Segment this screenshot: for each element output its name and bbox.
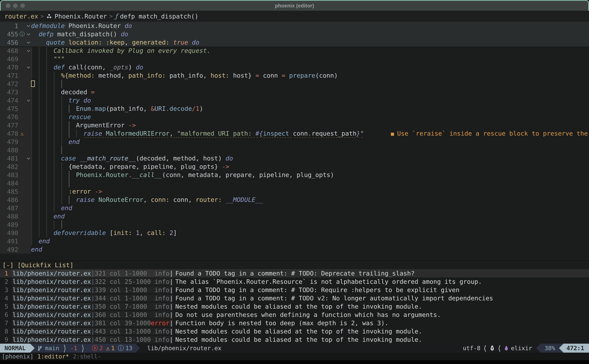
token: quote: [46, 39, 69, 46]
token: __MODULE__: [226, 196, 263, 203]
quickfix-item[interactable]: 2lib/phoenix/router.ex|322 col 25-1000in…: [0, 277, 589, 286]
breadcrumb-file[interactable]: router.ex: [5, 13, 38, 20]
token: request_path: [311, 130, 356, 137]
code-line[interactable]: 479end: [0, 138, 589, 146]
indent-guide: [39, 80, 39, 88]
breadcrumb-function[interactable]: defp match_dispatch(): [120, 13, 198, 20]
warn-icon: ⚠: [106, 345, 110, 352]
code-line[interactable]: 484: [0, 179, 589, 187]
editor-cursor: [31, 80, 35, 87]
code-line[interactable]: 456quote location: :keep, generated: tru…: [0, 38, 589, 46]
quickfix-filename: lib/phoenix/router.ex: [13, 295, 91, 302]
quickfix-item[interactable]: 8lib/phoenix/router.ex|443 col 13-1000in…: [0, 327, 589, 335]
gutter: 490: [0, 229, 31, 237]
code-line[interactable]: 488end: [0, 212, 589, 221]
indent-guide: [31, 146, 32, 154]
tmux-window-active[interactable]: 1:editor*: [37, 353, 69, 360]
code-line[interactable]: 478⚠raise MalformedURIError, "malformed …: [0, 129, 589, 138]
close-button[interactable]: [6, 3, 10, 8]
fold-chevron-icon[interactable]: [27, 156, 30, 160]
code-line[interactable]: 471%{method: method, path_info: path_inf…: [0, 72, 589, 80]
treesitter-context: 1defmodule Phoenix.Router do455ⓘdefp mat…: [0, 22, 589, 46]
position-text: 443 col 13-1000: [95, 328, 151, 335]
indent-guide: [39, 204, 39, 212]
token: (conn): [315, 72, 338, 79]
code-line[interactable]: 490defoverridable [init: 1, call: 2]: [0, 229, 589, 237]
quickfix-item[interactable]: 6lib/phoenix/router.ex|360 col 1-1000inf…: [0, 311, 589, 319]
indent-guide: [31, 171, 32, 179]
quickfix-item[interactable]: 4lib/phoenix/router.ex|344 col 1-1000inf…: [0, 294, 589, 302]
code-line[interactable]: 480: [0, 146, 589, 154]
line-number: 488: [0, 213, 18, 220]
line-content: def call(conn, _opts) do: [31, 63, 589, 72]
tmux-window[interactable]: 2:shell-: [73, 353, 101, 360]
fold-chevron-icon[interactable]: [27, 48, 30, 52]
indent-guide: [54, 80, 54, 88]
token: ,: [143, 196, 151, 203]
token: #{: [256, 130, 263, 137]
position-text: 360 col 1-1000: [95, 311, 151, 318]
code-line[interactable]: 489: [0, 221, 589, 229]
fold-chevron-icon[interactable]: [27, 98, 30, 102]
indent-guide: [31, 104, 32, 113]
token: ->: [222, 163, 229, 170]
code-line[interactable]: 474try do: [0, 96, 589, 104]
line-number: 480: [0, 147, 18, 154]
line-content: [31, 146, 589, 154]
indent-guide: [39, 212, 39, 221]
code-line[interactable]: 481case __match_route__(decoded, method,…: [0, 154, 589, 162]
code-line[interactable]: 455ⓘdefp match_dispatch() do: [0, 30, 589, 38]
quickfix-item[interactable]: 9lib/phoenix/router.ex|450 col 13-1000in…: [0, 335, 589, 344]
code-line[interactable]: 476rescue: [0, 113, 589, 121]
code-line[interactable]: 469""": [0, 55, 589, 63]
quickfix-item[interactable]: 3lib/phoenix/router.ex|339 col 1-1000inf…: [0, 286, 589, 294]
token: ArgumentError: [76, 122, 128, 129]
gutter: 470: [0, 63, 31, 72]
token: location:: [69, 39, 106, 46]
fold-chevron-icon[interactable]: [27, 65, 30, 68]
position-text: 344 col 1-1000: [95, 295, 151, 302]
code-line[interactable]: 470def call(conn, _opts) do: [0, 63, 589, 72]
code-line[interactable]: 482{metadata, prepare, pipeline, plug_op…: [0, 162, 589, 171]
code-line[interactable]: 473decoded =: [0, 88, 589, 96]
breadcrumb-module[interactable]: Phoenix.Router: [54, 13, 107, 20]
quickfix-item[interactable]: 1lib/phoenix/router.ex|321 col 1-1000inf…: [0, 269, 589, 277]
quickfix-item[interactable]: 7lib/phoenix/router.ex|381 col 39-1000er…: [0, 319, 589, 327]
quickfix-title: [-] [Quickfix List]: [0, 261, 589, 269]
quickfix-type-info: info: [151, 303, 169, 310]
code-line[interactable]: 1defmodule Phoenix.Router do: [0, 22, 589, 30]
code-line[interactable]: 477ArgumentError ->: [0, 121, 589, 129]
code-line[interactable]: 472: [0, 80, 589, 88]
quickfix-item-number: 4: [0, 295, 8, 302]
code-line[interactable]: 492end: [0, 245, 589, 254]
fold-chevron-icon[interactable]: [27, 32, 30, 35]
token: decode: [169, 105, 192, 112]
zoom-button[interactable]: [20, 3, 25, 8]
gutter: 486: [0, 196, 31, 204]
separator-bar: |: [169, 295, 173, 302]
quickfix-item-number: 6: [0, 311, 8, 318]
code-text: {metadata, prepare, pipeline, plug_opts}…: [69, 162, 229, 171]
gutter: 491: [0, 237, 31, 245]
line-content: try do: [31, 96, 589, 104]
code-text: end: [69, 138, 80, 146]
code-line[interactable]: 468Callback invoked by Plug on every req…: [0, 46, 589, 55]
code-text: raise NoRouteError, conn: conn, router: …: [76, 196, 263, 204]
indent-guide: [69, 179, 69, 187]
fold-chevron-icon[interactable]: [27, 24, 30, 27]
code-line[interactable]: 475Enum.map(path_info, &URI.decode/1): [0, 104, 589, 113]
token: {metadata, prepare, pipeline, plug_opts}: [69, 163, 222, 170]
quickfix-item[interactable]: 5lib/phoenix/router.ex|350 col 7-1000inf…: [0, 302, 589, 311]
quickfix-type-info: info: [151, 278, 169, 285]
code-line[interactable]: 483Phoenix.Router.__call__(conn, metadat…: [0, 171, 589, 179]
code-text: quote location: :keep, generated: true d…: [46, 38, 200, 46]
fold-chevron-icon[interactable]: [27, 40, 30, 44]
indent-guide: [31, 129, 32, 138]
linux-penguin-icon: [490, 344, 495, 353]
code-line[interactable]: 485:error ->: [0, 187, 589, 196]
minimize-button[interactable]: [13, 3, 18, 8]
code-line[interactable]: 486raise NoRouteError, conn: conn, route…: [0, 196, 589, 204]
code-line[interactable]: 487end: [0, 204, 589, 212]
code-text: case __match_route__(decoded, method, ho…: [61, 154, 233, 162]
code-line[interactable]: 491end: [0, 237, 589, 245]
